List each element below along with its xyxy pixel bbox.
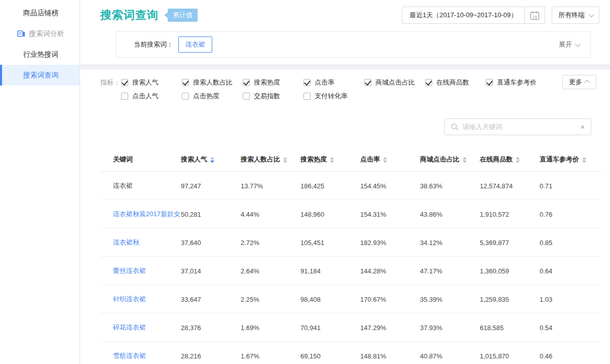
sort-icon — [516, 157, 520, 163]
metric-checkbox-pay-conversion[interactable]: 支付转化率 — [303, 92, 364, 101]
section-divider — [80, 64, 610, 69]
current-keyword-panel: 当前搜索词： 连衣裙 展开 — [116, 31, 591, 58]
sidebar-item-label: 商品店铺榜 — [23, 9, 59, 18]
table-row: 连衣裙秋装2017新款女 50,281 4.44% 148,960 154.31… — [100, 200, 602, 228]
metric-checkbox-online-products[interactable]: 在线商品数 — [425, 78, 486, 87]
sidebar-item-shop-ranking[interactable]: 商品店铺榜 — [0, 3, 80, 23]
column-header-searcher-share[interactable]: 搜索人数占比 — [241, 149, 300, 172]
metric-checkbox-search-heat[interactable]: 搜索热度 — [243, 78, 303, 87]
terminal-selector-dropdown[interactable]: 所有终端 — [552, 7, 599, 24]
cumulative-value-badge: 累计值 — [168, 9, 198, 22]
chevron-up-icon — [584, 80, 590, 86]
badge-arrow-icon — [164, 12, 168, 18]
calendar-icon: 15 — [529, 10, 540, 21]
column-header-keyword: 关键词 — [100, 149, 181, 172]
metric-checkbox-click-heat[interactable]: 点击热度 — [182, 92, 243, 101]
chevron-down-icon — [575, 41, 581, 47]
metrics-label: 指标： — [100, 75, 121, 103]
column-header-search-popularity[interactable]: 搜索人气 — [181, 149, 241, 172]
keyword-table: 关键词 搜索人气 搜索人数占比 搜索热度 点击率 — [100, 149, 601, 364]
expand-button[interactable]: 展开 — [559, 40, 579, 49]
chevron-down-icon — [589, 12, 594, 17]
checkbox-unchecked-icon[interactable] — [303, 93, 311, 100]
keyword-cell: 连衣裙 — [100, 172, 181, 200]
table-row: 雪纺连衣裙 28,216 1.67% 69,150 148.81% 40.87%… — [100, 342, 602, 364]
metric-checkbox-mall-click-share[interactable]: 商城点击占比 — [364, 78, 425, 87]
sort-icon — [463, 157, 467, 163]
sort-icon — [283, 157, 287, 163]
page-title: 搜索词查询 — [100, 8, 159, 23]
keyword-link[interactable]: 连衣裙秋 — [100, 228, 181, 257]
keyword-search-input[interactable] — [463, 123, 577, 131]
sidebar-item-label: 搜索词分析 — [29, 29, 64, 38]
ledger-book-icon — [17, 30, 25, 37]
keyword-link[interactable]: 连衣裙秋装2017新款女 — [100, 200, 181, 228]
column-header-ztc-reference-price[interactable]: 直通车参考价 — [540, 149, 602, 172]
current-keyword-label: 当前搜索词： — [134, 40, 173, 49]
checkbox-checked-icon[interactable] — [303, 79, 311, 86]
sidebar-item-industry-hot-words[interactable]: 行业热搜词 — [0, 44, 80, 65]
checkbox-checked-icon[interactable] — [425, 79, 432, 86]
sidebar: 商品店铺榜 搜索词分析 行业热搜词 搜索词查询 — [0, 0, 80, 364]
table-row: 连衣裙秋 37,640 2.72% 105,451 182.93% 34.12%… — [100, 228, 602, 257]
sidebar-item-keyword-query[interactable]: 搜索词查询 — [0, 65, 80, 86]
topbar: 搜索词查询 累计值 最近1天（2017-10-09~2017-10-09） 15 — [80, 0, 610, 64]
table-row: 蕾丝连衣裙 37,014 2.64% 91,184 144.28% 47.17%… — [100, 257, 602, 285]
sort-icon — [383, 157, 387, 163]
column-header-online-products[interactable]: 在线商品数 — [480, 149, 540, 172]
column-header-mall-click-share[interactable]: 商城点击占比 — [420, 149, 480, 172]
date-range-text[interactable]: 最近1天（2017-10-09~2017-10-09） — [402, 7, 524, 23]
keyword-link[interactable]: 蕾丝连衣裙 — [100, 257, 181, 285]
app-window: 商品店铺榜 搜索词分析 行业热搜词 搜索词查询 搜索词查询 — [0, 0, 610, 364]
keyword-link[interactable]: 雪纺连衣裙 — [100, 342, 181, 364]
main-content: 搜索词查询 累计值 最近1天（2017-10-09~2017-10-09） 15 — [80, 0, 610, 364]
checkbox-checked-icon[interactable] — [182, 79, 189, 86]
metric-checkbox-trade-index[interactable]: 交易指数 — [243, 92, 303, 101]
sidebar-item-label: 搜索词查询 — [23, 71, 59, 80]
table-header-row: 关键词 搜索人气 搜索人数占比 搜索热度 点击率 — [100, 149, 602, 172]
checkbox-unchecked-icon[interactable] — [243, 93, 250, 100]
metrics-selector: 指标： 搜索人气 搜索人数占比 搜索热度 — [80, 69, 610, 103]
metric-checkbox-searcher-share[interactable]: 搜索人数占比 — [182, 78, 243, 87]
calendar-button[interactable]: 15 — [524, 7, 545, 23]
table-row: 连衣裙 97,247 13.77% 186,425 154.45% 38.63%… — [100, 172, 602, 200]
search-icon — [451, 123, 459, 131]
keyword-link[interactable]: 针织连衣裙 — [100, 285, 181, 313]
checkbox-unchecked-icon[interactable] — [121, 93, 128, 100]
checkbox-unchecked-icon[interactable] — [182, 93, 189, 100]
clear-search-icon[interactable]: × — [581, 124, 585, 131]
sort-icon — [330, 157, 334, 163]
table-row: 针织连衣裙 33,647 2.25% 98,408 170.67% 35.39%… — [100, 285, 602, 313]
sidebar-item-keyword-analysis[interactable]: 搜索词分析 — [0, 23, 80, 44]
checkbox-checked-icon[interactable] — [121, 79, 128, 86]
checkbox-checked-icon[interactable] — [243, 79, 250, 86]
keyword-search-box[interactable]: × — [444, 118, 591, 135]
sort-icon — [582, 157, 586, 163]
keyword-link[interactable]: 碎花连衣裙 — [100, 313, 181, 342]
table-row: 碎花连衣裙 28,376 1.69% 70,941 147.29% 37.93%… — [100, 313, 602, 342]
metric-checkbox-click-popularity[interactable]: 点击人气 — [121, 92, 182, 101]
svg-text:15: 15 — [532, 14, 537, 19]
sort-icon — [210, 157, 214, 163]
column-header-search-heat[interactable]: 搜索热度 — [300, 149, 360, 172]
more-button[interactable]: 更多 — [562, 75, 596, 89]
metric-checkbox-search-popularity[interactable]: 搜索人气 — [121, 78, 182, 87]
metric-checkbox-ztc-reference-price[interactable]: 直通车参考价 — [486, 78, 547, 87]
date-range-picker[interactable]: 最近1天（2017-10-09~2017-10-09） 15 — [402, 7, 545, 24]
table-search-row: × — [80, 118, 591, 135]
checkbox-checked-icon[interactable] — [486, 79, 493, 86]
column-header-ctr[interactable]: 点击率 — [360, 149, 420, 172]
current-keyword-chip[interactable]: 连衣裙 — [178, 36, 212, 53]
metric-checkbox-ctr[interactable]: 点击率 — [303, 78, 364, 87]
checkbox-checked-icon[interactable] — [364, 79, 371, 86]
sidebar-item-label: 行业热搜词 — [23, 50, 59, 59]
